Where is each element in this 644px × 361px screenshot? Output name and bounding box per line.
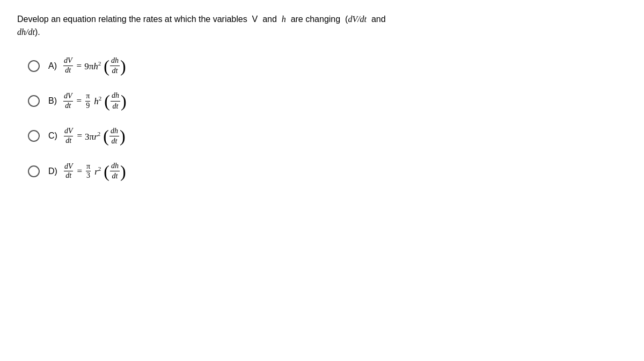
- frac-pi-9: π 9: [85, 92, 90, 111]
- option-row-a: A) dV dt = 9πh2 ( dh dt ): [28, 56, 627, 76]
- frac-dV-dt-b: dV dt: [63, 92, 73, 111]
- option-label-b: B) dV dt = π 9 h2 ( dh dt: [48, 91, 127, 111]
- frac-pi-3: π 3: [86, 162, 91, 181]
- option-letter-b: B): [48, 96, 57, 106]
- formula-d: dV dt = π 3 r2 ( dh dt ): [63, 161, 126, 181]
- formula-c: dV dt = 3πr2 ( dh dt ): [63, 126, 126, 146]
- option-row-d: D) dV dt = π 3 r2 ( dh dt: [28, 161, 627, 181]
- radio-c[interactable]: [28, 130, 40, 142]
- radio-d[interactable]: [28, 165, 40, 177]
- frac-dV-dt-a: dV dt: [63, 56, 73, 75]
- formula-b: dV dt = π 9 h2 ( dh dt ): [62, 91, 127, 111]
- paren-c: ( dh dt ): [103, 126, 125, 146]
- radio-a[interactable]: [28, 60, 40, 72]
- option-label-a: A) dV dt = 9πh2 ( dh dt ): [48, 56, 126, 76]
- question-line1: Develop an equation relating the rates a…: [17, 15, 386, 24]
- option-label-d: D) dV dt = π 3 r2 ( dh dt: [48, 161, 126, 181]
- formula-a: dV dt = 9πh2 ( dh dt ): [62, 56, 126, 76]
- radio-b[interactable]: [28, 95, 40, 107]
- paren-d: ( dh dt ): [104, 161, 126, 181]
- frac-dV-dt-d: dV dt: [64, 162, 74, 181]
- options-container: A) dV dt = 9πh2 ( dh dt ): [17, 56, 627, 182]
- question-line2: dh/dt).: [17, 27, 40, 37]
- option-letter-a: A): [48, 61, 57, 71]
- option-row-c: C) dV dt = 3πr2 ( dh dt ): [28, 126, 627, 146]
- paren-b: ( dh dt ): [104, 91, 126, 111]
- option-label-c: C) dV dt = 3πr2 ( dh dt ): [48, 126, 126, 146]
- question-text: Develop an equation relating the rates a…: [17, 13, 500, 39]
- option-letter-d: D): [48, 167, 57, 176]
- paren-a: ( dh dt ): [104, 56, 126, 76]
- option-letter-c: C): [48, 131, 57, 141]
- option-row-b: B) dV dt = π 9 h2 ( dh dt: [28, 91, 627, 111]
- frac-dV-dt-c: dV dt: [64, 127, 74, 146]
